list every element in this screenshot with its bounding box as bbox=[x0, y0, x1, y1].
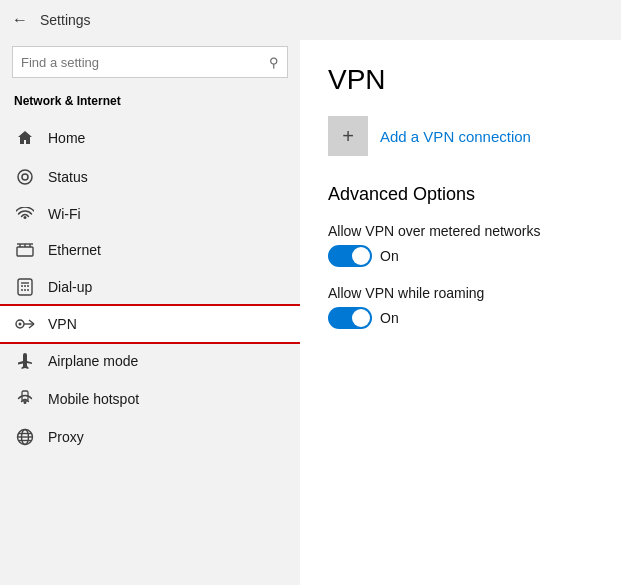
sidebar-item-status-label: Status bbox=[48, 169, 88, 185]
svg-point-16 bbox=[19, 323, 22, 326]
toggle-metered-state: On bbox=[380, 248, 399, 264]
airplane-icon bbox=[14, 352, 36, 370]
sidebar-item-ethernet-label: Ethernet bbox=[48, 242, 101, 258]
ethernet-icon bbox=[14, 242, 36, 258]
back-button[interactable]: ← bbox=[12, 11, 28, 29]
sidebar-item-status[interactable]: Status bbox=[0, 158, 300, 196]
svg-point-10 bbox=[27, 285, 29, 287]
toggle-row-roaming: Allow VPN while roaming On bbox=[328, 285, 593, 329]
sidebar-item-hotspot[interactable]: Mobile hotspot bbox=[0, 380, 300, 418]
vpn-icon bbox=[14, 316, 36, 332]
svg-rect-2 bbox=[17, 247, 33, 256]
add-vpn-label: Add a VPN connection bbox=[380, 128, 531, 145]
sidebar-item-proxy-label: Proxy bbox=[48, 429, 84, 445]
sidebar-item-dialup[interactable]: Dial-up bbox=[0, 268, 300, 306]
svg-point-11 bbox=[21, 289, 23, 291]
title-bar: ← Settings bbox=[0, 0, 621, 40]
search-icon: ⚲ bbox=[269, 55, 279, 70]
sidebar-item-vpn-label: VPN bbox=[48, 316, 77, 332]
dialup-icon bbox=[14, 278, 36, 296]
search-box[interactable]: ⚲ bbox=[12, 46, 288, 78]
svg-point-8 bbox=[21, 285, 23, 287]
sidebar-item-airplane-label: Airplane mode bbox=[48, 353, 138, 369]
page-title: VPN bbox=[328, 64, 593, 96]
app-title: Settings bbox=[40, 12, 91, 28]
sidebar-item-proxy[interactable]: Proxy bbox=[0, 418, 300, 456]
svg-point-12 bbox=[24, 289, 26, 291]
toggle-row-metered: Allow VPN over metered networks On bbox=[328, 223, 593, 267]
proxy-icon bbox=[14, 428, 36, 446]
sidebar-item-ethernet[interactable]: Ethernet bbox=[0, 232, 300, 268]
sidebar-item-dialup-label: Dial-up bbox=[48, 279, 92, 295]
svg-point-1 bbox=[22, 174, 28, 180]
toggle-roaming[interactable] bbox=[328, 307, 372, 329]
sidebar-item-home-label: Home bbox=[48, 130, 85, 146]
sidebar-item-hotspot-label: Mobile hotspot bbox=[48, 391, 139, 407]
search-input[interactable] bbox=[21, 55, 269, 70]
svg-point-9 bbox=[24, 285, 26, 287]
sidebar-item-wifi[interactable]: Wi-Fi bbox=[0, 196, 300, 232]
svg-point-0 bbox=[18, 170, 32, 184]
wifi-icon bbox=[14, 207, 36, 221]
main-layout: ⚲ Network & Internet Home Status bbox=[0, 40, 621, 585]
home-icon bbox=[14, 130, 36, 146]
toggle-metered[interactable] bbox=[328, 245, 372, 267]
hotspot-icon bbox=[14, 390, 36, 408]
toggle-roaming-state: On bbox=[380, 310, 399, 326]
section-label: Network & Internet bbox=[0, 90, 300, 118]
toggle-roaming-label: Allow VPN while roaming bbox=[328, 285, 593, 301]
sidebar-item-home[interactable]: Home bbox=[0, 118, 300, 158]
sidebar-item-vpn[interactable]: VPN bbox=[0, 306, 300, 342]
status-icon bbox=[14, 168, 36, 186]
sidebar: ⚲ Network & Internet Home Status bbox=[0, 40, 300, 585]
add-vpn-button[interactable]: + Add a VPN connection bbox=[328, 116, 593, 156]
svg-point-21 bbox=[24, 399, 26, 401]
toggle-metered-label: Allow VPN over metered networks bbox=[328, 223, 593, 239]
toggle-metered-wrap: On bbox=[328, 245, 593, 267]
advanced-options-title: Advanced Options bbox=[328, 184, 593, 205]
svg-point-13 bbox=[27, 289, 29, 291]
sidebar-item-wifi-label: Wi-Fi bbox=[48, 206, 81, 222]
sidebar-item-airplane[interactable]: Airplane mode bbox=[0, 342, 300, 380]
toggle-roaming-wrap: On bbox=[328, 307, 593, 329]
content-area: VPN + Add a VPN connection Advanced Opti… bbox=[300, 40, 621, 585]
add-vpn-icon: + bbox=[328, 116, 368, 156]
